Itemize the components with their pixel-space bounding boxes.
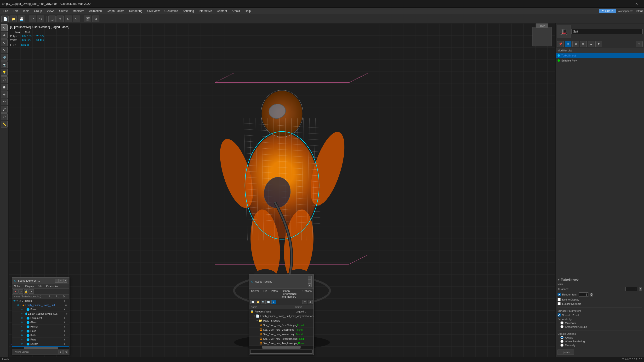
at-scroll-thumb[interactable]	[262, 346, 301, 349]
toolbar-scale[interactable]: ⤡	[73, 15, 80, 22]
toolbar-rotate[interactable]: ↻	[65, 15, 72, 22]
tool-space-warp[interactable]: 〜	[1, 99, 8, 105]
at-close[interactable]: ✕	[308, 284, 312, 287]
tree-item-rope[interactable]: 👁 Rope ❄	[12, 338, 69, 342]
scene-explorer-title-bar[interactable]: ⬡ Scene Explorer -... — □ ✕	[12, 278, 69, 284]
at-restore[interactable]: □	[308, 280, 312, 284]
menu-views[interactable]: Views	[44, 8, 57, 14]
at-item-metallic[interactable]: 🖼 Sea_Diver_new_Metallic.png Found	[249, 328, 314, 332]
toolbar-open[interactable]: 📁	[10, 15, 17, 22]
modifier-down-btn[interactable]: ▼	[596, 41, 602, 47]
minimize-button[interactable]: —	[608, 0, 619, 8]
manually-radio[interactable]	[560, 344, 564, 347]
tool-light[interactable]: 💡	[1, 69, 8, 76]
menu-create[interactable]: Create	[57, 8, 70, 14]
tree-item-hose[interactable]: 👁 Hose ❄	[12, 329, 69, 333]
menu-help[interactable]: Help	[242, 8, 253, 14]
at-tool-config[interactable]: ⚙	[308, 300, 312, 304]
toolbar-render[interactable]: 🎬	[84, 15, 91, 22]
tool-paint[interactable]: 🖌	[1, 106, 8, 113]
smoothing-groups-radio[interactable]	[560, 325, 564, 328]
when-rendering-radio[interactable]	[560, 340, 564, 343]
at-tool-2[interactable]: 📁	[256, 300, 260, 304]
at-tool-3[interactable]: 🔍	[261, 300, 266, 304]
menu-rendering[interactable]: Rendering	[127, 8, 145, 14]
menu-arnold[interactable]: Arnold	[229, 8, 242, 14]
tree-item-knife[interactable]: 👁 Knife ❄	[12, 333, 69, 338]
modifier-pin-btn[interactable]: 📌	[557, 41, 564, 47]
se-menu-select[interactable]: Select	[12, 284, 24, 288]
se-scroll-thumb[interactable]	[24, 347, 58, 349]
se-layer-btn-1[interactable]: ≡	[58, 350, 62, 354]
se-tool-filter[interactable]: ▽	[18, 289, 23, 294]
modifier-stack-btn[interactable]: ≡	[565, 41, 572, 47]
at-item-maxfile[interactable]: ▼ 📄 Empty_Copper_Diving_Suit_max_vray.ma…	[249, 314, 314, 319]
modifier-help-btn[interactable]: ?	[636, 41, 642, 47]
at-item-vault[interactable]: 🔒 Autodesk Vault Logged...	[249, 309, 314, 314]
iterations-spin-down[interactable]: ▼	[639, 289, 642, 291]
se-tool-x[interactable]: ✕	[13, 289, 18, 294]
tool-shape[interactable]: ⬟	[1, 84, 8, 90]
update-button[interactable]: Update	[558, 350, 574, 355]
at-item-basecolor[interactable]: 🖼 Sea_Diver_new_BaseColor.png Found	[249, 323, 314, 328]
object-name-input[interactable]	[572, 29, 642, 34]
scene-explorer-minimize[interactable]: —	[55, 279, 59, 283]
maximize-button[interactable]: □	[620, 0, 630, 8]
tree-item-glass[interactable]: 👁 Glass ❄	[12, 320, 69, 325]
se-menu-display[interactable]: Display	[24, 284, 36, 288]
toolbar-new[interactable]: 📄	[2, 15, 8, 22]
toolbar-save[interactable]: 💾	[18, 15, 25, 22]
tool-link[interactable]: 🔗	[1, 54, 8, 61]
menu-file[interactable]: File	[1, 8, 10, 14]
menu-scripting[interactable]: Scripting	[180, 8, 196, 14]
at-item-normal[interactable]: 🖼 Sea_Diver_new_Normal.png Found	[249, 332, 314, 337]
tool-rotate[interactable]: ↻	[1, 39, 8, 46]
always-radio[interactable]	[560, 336, 564, 339]
se-menu-customize[interactable]: Customize	[44, 284, 60, 288]
at-item-roughness[interactable]: 🖼 Sea_Diver_new_Roughness.png Found	[249, 341, 314, 346]
at-tool-4[interactable]: 🔄	[266, 300, 271, 304]
at-tool-1[interactable]: 📄	[250, 300, 255, 304]
scene-explorer-close[interactable]: ✕	[64, 279, 67, 283]
menu-customize[interactable]: Customize	[162, 8, 180, 14]
se-tool-add[interactable]: +	[29, 289, 34, 294]
at-item-maps[interactable]: ▼ 📁 Maps / Shaders	[249, 319, 314, 323]
modifier-config-btn[interactable]: ⚙	[572, 41, 579, 47]
se-horizontal-scrollbar[interactable]	[12, 347, 69, 349]
toolbar-redo[interactable]: ↪	[37, 15, 44, 22]
at-menu-paths[interactable]: Paths	[269, 289, 280, 299]
smooth-result-checkbox[interactable]	[558, 314, 561, 317]
sign-in-button[interactable]: ⚲ Sign In	[599, 8, 616, 13]
iterations-input[interactable]	[625, 287, 637, 291]
materials-radio[interactable]	[560, 321, 564, 325]
tool-select[interactable]: ↖	[1, 24, 8, 31]
menu-civil-view[interactable]: Civil View	[145, 8, 162, 14]
se-menu-edit[interactable]: Edit	[36, 284, 44, 288]
at-tool-help[interactable]: ?	[302, 300, 307, 304]
modifier-up-btn[interactable]: ▲	[588, 41, 594, 47]
at-menu-bitmap[interactable]: Bitmap Performance and Memory	[280, 289, 300, 299]
at-minimize[interactable]: —	[308, 276, 312, 280]
tree-item-root[interactable]: 👁 ▼ ⬡ 0 (default) ❄	[12, 299, 69, 303]
toolbar-select[interactable]: ⬚	[48, 15, 56, 22]
menu-interactive[interactable]: Interactive	[196, 8, 214, 14]
render-iters-spin-down[interactable]: ▼	[590, 295, 593, 297]
render-iters-checkbox[interactable]	[558, 293, 561, 296]
toolbar-render-setup[interactable]: ⚙	[92, 15, 100, 22]
menu-animation[interactable]: Animation	[87, 8, 104, 14]
tool-helper[interactable]: ✛	[1, 91, 8, 98]
at-menu-options[interactable]: Options	[300, 289, 314, 299]
isoline-checkbox[interactable]	[558, 298, 561, 301]
tool-polygon[interactable]: ⬠	[1, 113, 8, 120]
menu-graph-editors[interactable]: Graph Editors	[104, 8, 127, 14]
tool-camera[interactable]: 📷	[1, 61, 8, 68]
tool-move[interactable]: ✚	[1, 32, 8, 38]
se-layer-btn-2[interactable]: ⬡	[64, 350, 68, 354]
menu-edit[interactable]: Edit	[10, 8, 20, 14]
modifier-turbosmooth[interactable]: TurboSmooth	[556, 53, 644, 58]
at-item-refraction[interactable]: 🖼 Sea_Diver_new_Refraction.png Found	[249, 337, 314, 341]
tree-item-diving-suit-mesh[interactable]: 👁 Empty_Copper_Diving_Suit ❄	[12, 312, 69, 316]
modifier-delete-btn[interactable]: 🗑	[580, 41, 587, 47]
tree-item-diving-suit-group[interactable]: 👁 ▼ ◈ Empty_Copper_Diving_Suit ❄	[12, 303, 69, 308]
iterations-spin-up[interactable]: ▲	[639, 287, 642, 289]
